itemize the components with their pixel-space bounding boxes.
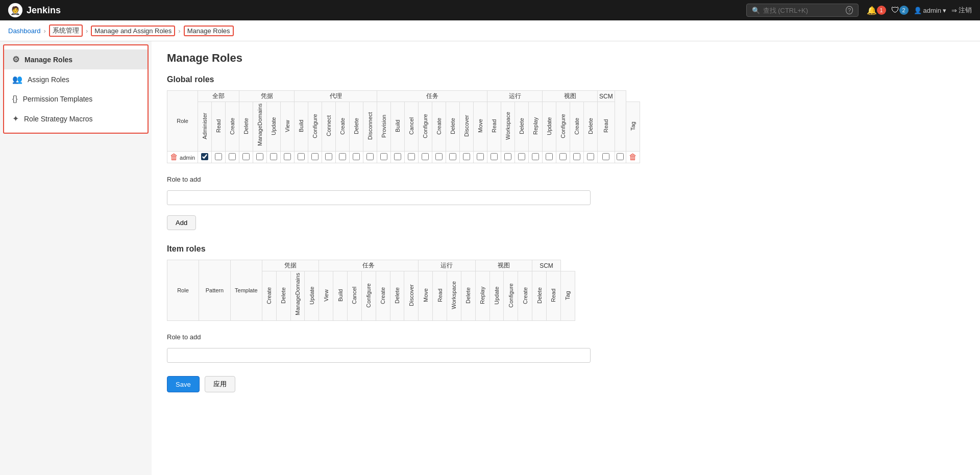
role-delete-btn-left[interactable]: 🗑 admin [167, 152, 198, 163]
search-box[interactable]: 🔍 ? [746, 4, 859, 17]
group-credentials: 凭据 [239, 91, 295, 102]
main-content: Manage Roles Global roles Role 全部 凭据 代理 … [152, 41, 980, 475]
item-roles-table-wrapper: Role Pattern Template 凭据 任务 运行 视图 SCM Cr… [167, 260, 965, 321]
item-roles-table: Role Pattern Template 凭据 任务 运行 视图 SCM Cr… [167, 260, 575, 321]
cb-admin-run-workspace[interactable] [504, 153, 511, 160]
cb-admin-cred-update[interactable] [270, 153, 277, 160]
th-job-provision: Provision [377, 102, 391, 152]
th-job-cancel: Cancel [405, 102, 419, 152]
breadcrumb-dashboard[interactable]: Dashboard [8, 27, 41, 35]
th-job-delete: Delete [446, 102, 460, 152]
sidebar-assign-roles-label: Assign Roles [28, 76, 69, 84]
search-input[interactable] [763, 7, 843, 14]
save-button[interactable]: Save [167, 376, 200, 392]
delete-role-btn-right[interactable]: 🗑 [629, 153, 637, 162]
cb-admin-run-delete[interactable] [518, 153, 525, 160]
user-label: admin [923, 7, 941, 14]
search-icon: 🔍 [752, 7, 760, 14]
item-th-run-move: Move [419, 271, 433, 321]
th-view-configure: Configure [556, 102, 570, 152]
cb-admin-job-configure[interactable] [422, 153, 429, 160]
th-agent-create: Create [336, 102, 350, 152]
cb-admin-agent-connect[interactable] [325, 153, 332, 160]
global-roles-table-wrapper: Role 全部 凭据 代理 任务 运行 视图 SCM Administer [167, 90, 965, 163]
jenkins-title: Jenkins [27, 5, 61, 16]
item-roles-title: Item roles [167, 244, 965, 254]
sidebar-item-assign-roles[interactable]: 👥 Assign Roles [4, 69, 148, 89]
th-view-update: Update [543, 102, 556, 152]
shield-badge: 2 [899, 6, 909, 15]
delete-col-header [615, 91, 626, 152]
delete-role-btn-left[interactable]: 🗑 [170, 153, 178, 162]
logout-button[interactable]: ⇒ 注销 [951, 6, 972, 15]
cb-admin-job-move[interactable] [477, 153, 484, 160]
apply-button[interactable]: 应用 [205, 376, 235, 392]
cb-admin-agent-create[interactable] [339, 153, 346, 160]
cb-admin-agent-disconnect[interactable] [366, 153, 374, 160]
item-th-job-discover: Discover [404, 271, 419, 321]
notification-area[interactable]: 🔔 1 [867, 6, 886, 15]
cb-admin-run-replay[interactable] [532, 153, 539, 160]
th-job-discover: Discover [460, 102, 474, 152]
item-group-view: 视图 [475, 260, 532, 271]
cb-admin-scm-read[interactable] [602, 153, 609, 160]
cb-admin-agent-delete[interactable] [353, 153, 360, 160]
group-run: 运行 [487, 91, 543, 102]
cb-admin-agent-build[interactable] [298, 153, 305, 160]
th-run-replay: Replay [529, 102, 543, 152]
logout-icon: ⇒ [951, 7, 957, 14]
help-icon: ? [846, 6, 852, 14]
cb-admin-job-create[interactable] [435, 153, 443, 160]
cb-admin-create-all[interactable] [229, 153, 236, 160]
cb-admin-job-discover[interactable] [463, 153, 470, 160]
cb-admin-cred-view[interactable] [284, 153, 291, 160]
cb-admin-scm-tag[interactable] [617, 153, 624, 160]
breadcrumb-manage-assign[interactable]: Manage and Assign Roles [91, 26, 175, 36]
item-th-job-configure: Configure [361, 271, 376, 321]
th-cred-managedomains: ManageDomains [253, 102, 267, 152]
sidebar-item-permission-templates[interactable]: {} Permission Templates [4, 89, 148, 109]
breadcrumb-current: Manage Roles [184, 26, 234, 36]
permission-templates-icon: {} [12, 94, 18, 104]
cb-admin-administer[interactable] [201, 153, 208, 160]
user-menu[interactable]: 👤 admin ▾ [914, 7, 946, 14]
cb-admin-job-cancel[interactable] [408, 153, 415, 160]
cb-admin-run-read[interactable] [491, 153, 498, 160]
cb-admin-job-provision[interactable] [380, 153, 387, 160]
group-job: 任务 [377, 91, 487, 102]
cb-admin-read[interactable] [215, 153, 222, 160]
role-to-add-input-item[interactable] [167, 348, 591, 363]
cb-admin-job-delete[interactable] [449, 153, 456, 160]
item-th-scm-tag: Tag [560, 271, 575, 321]
sidebar-item-manage-roles[interactable]: ⚙ Manage Roles [4, 49, 148, 69]
manage-roles-icon: ⚙ [12, 55, 19, 64]
topbar-icons: 🔔 1 🛡 2 👤 admin ▾ ⇒ 注销 [867, 6, 972, 15]
group-view: 视图 [543, 91, 598, 102]
cb-admin-view-delete[interactable] [587, 153, 594, 160]
sidebar-item-role-strategy-macros[interactable]: ✦ Role Strategy Macros [4, 109, 148, 129]
sidebar-role-strategy-macros-label: Role Strategy Macros [24, 115, 93, 123]
user-icon: 👤 [914, 7, 922, 14]
shield-area[interactable]: 🛡 2 [891, 6, 909, 15]
cb-admin-job-build[interactable] [394, 153, 401, 160]
th-run-read: Read [487, 102, 501, 152]
cb-admin-view-create[interactable] [573, 153, 580, 160]
global-roles-title: Global roles [167, 75, 965, 84]
role-header: Role [167, 91, 198, 152]
th-job-build: Build [391, 102, 405, 152]
cb-admin-view-configure[interactable] [559, 153, 567, 160]
th-scm-tag: Tag [626, 102, 640, 152]
cb-admin-agent-configure[interactable] [311, 153, 318, 160]
cb-admin-view-update[interactable] [546, 153, 553, 160]
item-th-view-delete: Delete [532, 271, 547, 321]
add-button-global[interactable]: Add [167, 215, 196, 230]
item-th-run-replay: Replay [475, 271, 489, 321]
global-roles-table: Role 全部 凭据 代理 任务 运行 视图 SCM Administer [167, 90, 640, 163]
breadcrumb-system[interactable]: 系统管理 [49, 24, 83, 37]
cb-admin-cred-delete[interactable] [242, 153, 250, 160]
item-role-header: Role [167, 260, 199, 321]
topbar-left: 🤵 Jenkins [8, 3, 61, 17]
cb-admin-cred-managedomains[interactable] [256, 153, 263, 160]
role-to-add-input-global[interactable] [167, 190, 591, 205]
item-th-view-configure: Configure [504, 271, 518, 321]
